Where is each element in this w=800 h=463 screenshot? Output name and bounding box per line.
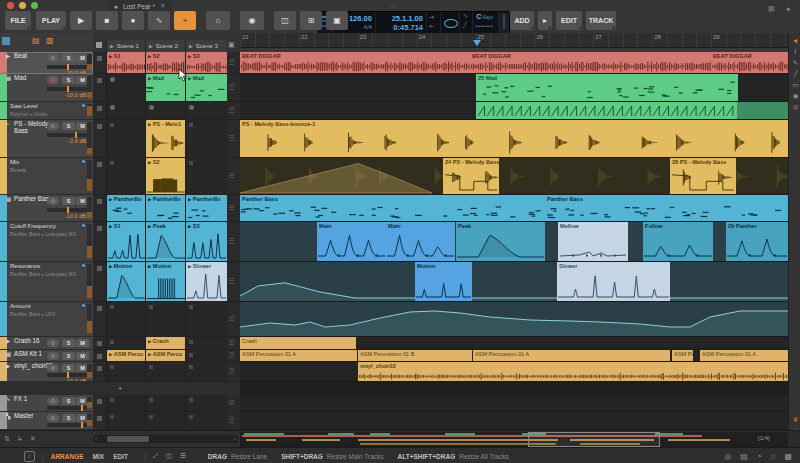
- arranger-clip[interactable]: Main: [317, 222, 386, 261]
- record-arm-button[interactable]: [47, 76, 59, 84]
- grid-layout-icon[interactable]: ▤: [32, 36, 40, 45]
- file-button[interactable]: FILE: [5, 11, 31, 30]
- split-panel-button[interactable]: ◫: [274, 11, 296, 30]
- track-header-resonance[interactable]: ResonancePanther Bass » Low-pass MG: [0, 262, 93, 302]
- eraser-tool-icon[interactable]: ▭: [791, 80, 800, 89]
- clip-slot[interactable]: [145, 395, 186, 411]
- piano-status-icon[interactable]: ▦: [784, 452, 792, 461]
- audition-tool-icon[interactable]: ◉: [791, 91, 800, 100]
- edit-button[interactable]: EDIT: [556, 11, 582, 30]
- solo-button[interactable]: S: [62, 122, 75, 130]
- track-header-vinyl-choir02[interactable]: ▶vinyl_ choir02SM-10.0 dB: [0, 362, 93, 382]
- clip-slot[interactable]: [185, 158, 227, 194]
- arranger-clip[interactable]: BEAT DIGGAR: [711, 52, 788, 73]
- clip-stop-button[interactable]: [93, 412, 106, 429]
- clip-slot[interactable]: [185, 412, 227, 429]
- clip-slot[interactable]: ▶ ASM Percu: [145, 350, 186, 361]
- clip-slot[interactable]: ▶ Crash: [145, 337, 186, 349]
- scrollbar-thumb[interactable]: [107, 436, 149, 442]
- swap-icon[interactable]: ⤢: [153, 452, 158, 459]
- clip-slot[interactable]: ▶ PS - Melo1: [145, 120, 186, 157]
- arranger-ruler[interactable]: 212223242526272829: [240, 33, 788, 48]
- return-icon[interactable]: ↳: [17, 435, 23, 443]
- auto-button[interactable]: [47, 352, 59, 360]
- clip-slot[interactable]: ▶ ASM Percu: [106, 350, 146, 361]
- track-lanes-icon[interactable]: ———: [229, 367, 237, 374]
- record-button[interactable]: ●: [122, 11, 144, 30]
- clip-slot[interactable]: [106, 302, 146, 336]
- launcher-clip[interactable]: ▶ S3: [186, 222, 227, 262]
- ibeam-tool-icon[interactable]: I: [791, 47, 800, 56]
- launcher-clip[interactable]: ▶ ASM Percu: [146, 350, 186, 362]
- arranger-clip[interactable]: 29 Panther: [726, 222, 788, 261]
- add-track-row[interactable]: +: [0, 382, 240, 396]
- lanes-icon[interactable]: ☰: [180, 452, 186, 459]
- view-button-arrange[interactable]: ARRANGE: [51, 453, 84, 460]
- volume-fader[interactable]: [47, 133, 87, 137]
- clip-slot[interactable]: ▶ Motion: [145, 262, 186, 301]
- lane-fader[interactable]: [87, 304, 92, 333]
- solo-button[interactable]: S: [62, 197, 75, 205]
- clip-slot[interactable]: [106, 120, 146, 157]
- scene-play-icon[interactable]: ▶: [189, 43, 193, 49]
- clip-slot[interactable]: [185, 120, 227, 157]
- volume-fader[interactable]: [47, 373, 87, 377]
- solo-button[interactable]: S: [62, 54, 75, 62]
- volume-fader[interactable]: [47, 87, 87, 91]
- launcher-clip[interactable]: ▶ PantherBs: [146, 195, 186, 222]
- track-header-amount[interactable]: AmountPanther Bass » LFO: [0, 302, 93, 337]
- arranger-clip[interactable]: Mellow: [558, 222, 628, 261]
- mute-button[interactable]: M: [76, 352, 89, 360]
- sort-icon[interactable]: ⇅: [4, 435, 10, 443]
- launcher-clip[interactable]: ▶ S1: [107, 52, 146, 74]
- auto-button[interactable]: [47, 54, 59, 62]
- arranger-clip[interactable]: ASM Percussion 01 A: [240, 350, 357, 361]
- clip-slot[interactable]: ▶ Mad: [185, 74, 227, 101]
- knife-tool-icon[interactable]: ╱: [791, 69, 800, 78]
- track-lanes-icon[interactable]: ———: [229, 58, 237, 65]
- clip-slot[interactable]: ▶ S2: [145, 158, 186, 194]
- amp-button[interactable]: ⌂: [206, 11, 230, 30]
- list-layout-icon[interactable]: ▥: [46, 36, 54, 45]
- launcher-clip[interactable]: ▶ ASM Percu: [107, 350, 146, 362]
- arranger-clip[interactable]: [476, 102, 737, 119]
- scale-cell[interactable]: C Major •••••••: [473, 12, 499, 33]
- clip-slot[interactable]: [185, 337, 227, 349]
- minimize-window-button[interactable]: [19, 2, 26, 9]
- clip-slot[interactable]: [106, 74, 146, 101]
- launcher-clip[interactable]: ▶ PantherBs: [107, 195, 146, 222]
- zoom-window-button[interactable]: [31, 2, 38, 9]
- volume-fader[interactable]: [47, 406, 87, 410]
- track-lanes-icon[interactable]: ———: [229, 83, 237, 90]
- pointer-tool-icon[interactable]: ➤: [789, 34, 800, 47]
- scene-header-1[interactable]: ▶Scene 1: [106, 40, 145, 52]
- arranger-clip[interactable]: [737, 102, 788, 119]
- scroll-right-arrow[interactable]: ›: [234, 435, 236, 441]
- time-signature[interactable]: 4/4: [364, 24, 372, 30]
- clip-stop-button[interactable]: [93, 74, 106, 101]
- launcher-clip[interactable]: ▶ Slower: [186, 262, 227, 302]
- track-lanes-icon[interactable]: ———: [229, 339, 237, 346]
- close-window-button[interactable]: [7, 2, 14, 9]
- launcher-clip[interactable]: ▶ Motion: [107, 262, 146, 302]
- arrangement-minimap[interactable]: [240, 432, 788, 447]
- tempo-value[interactable]: 126.00: [349, 14, 372, 23]
- clip-slot[interactable]: [106, 412, 146, 429]
- clip-slot[interactable]: [185, 395, 227, 411]
- solo-button[interactable]: S: [62, 414, 75, 422]
- launcher-clip[interactable]: ▶ PantherBs: [186, 195, 227, 222]
- zoom-status-icon[interactable]: ◎: [724, 452, 731, 461]
- arranger-clip[interactable]: ASM Percussion 01 B: [358, 350, 472, 361]
- launcher-clip[interactable]: ▶ S2: [146, 158, 186, 195]
- zoom-tool-icon[interactable]: ◎: [791, 102, 800, 111]
- auto-button[interactable]: [47, 197, 59, 205]
- clip-slot[interactable]: ▶ PantherBs: [145, 195, 186, 221]
- io-panel-button[interactable]: ▣: [326, 11, 348, 30]
- launcher-clip[interactable]: ▶ Crash: [146, 337, 186, 350]
- track-lanes-icon[interactable]: ———: [229, 351, 237, 358]
- keyboard-icon[interactable]: ▤: [768, 5, 775, 13]
- track-header-saw-level[interactable]: Saw LevelPolymer » Union: [0, 102, 93, 120]
- clip-stop-button[interactable]: [93, 262, 106, 301]
- view-button-edit[interactable]: EDIT: [113, 453, 128, 460]
- stop-all-clips-button[interactable]: [96, 42, 102, 48]
